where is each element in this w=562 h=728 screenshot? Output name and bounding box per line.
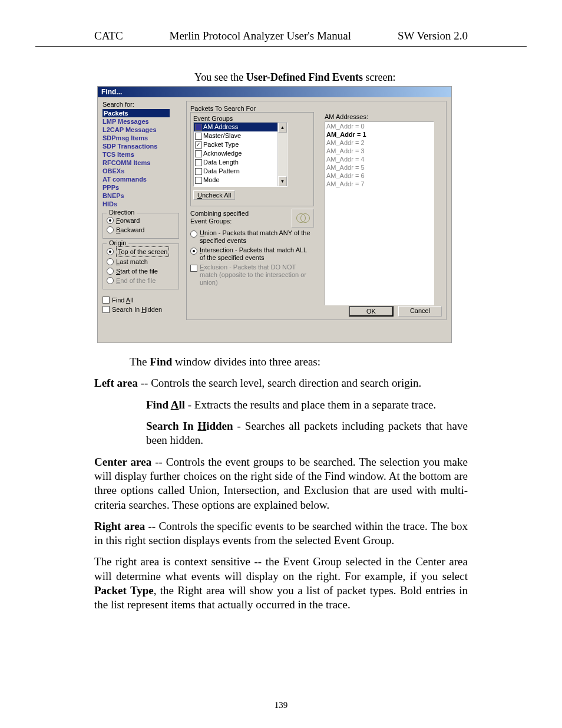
list-item[interactable]: Master/Slave xyxy=(194,131,287,140)
list-item[interactable]: HIDs xyxy=(103,200,117,207)
intro-post: screen: xyxy=(363,71,395,83)
search-for-list[interactable]: Packets LMP Messages L2CAP Messages SDPm… xyxy=(103,109,179,208)
list-item[interactable]: AM_Addr = 6 xyxy=(326,172,432,180)
am-addresses-label: AM Addresses: xyxy=(325,113,442,120)
event-groups-list[interactable]: AM Address Master/Slave Packet Type Ackn… xyxy=(193,122,287,187)
radio-intersection[interactable]: Intersection - Packets that match ALL of… xyxy=(190,246,314,262)
radio-icon xyxy=(107,258,114,265)
direction-legend: Direction xyxy=(107,209,137,216)
combining-label: Combining specified Event Groups: xyxy=(190,210,255,225)
header-left: CATC xyxy=(94,29,123,42)
uncheck-all-button[interactable]: Uncheck All xyxy=(193,190,235,200)
radio-start-of-file[interactable]: Start of the file xyxy=(107,266,175,276)
find-dialog: Find... Search for: Packets LMP Messages… xyxy=(97,86,452,343)
text: - Extracts the results and place them in… xyxy=(185,398,436,411)
radio-label: ast match xyxy=(120,258,148,265)
radio-last-match[interactable]: Last match xyxy=(107,257,175,266)
list-item[interactable]: AM_Addr = 4 xyxy=(326,155,432,163)
radio-label: xclusion - Packets that DO NOT match (op… xyxy=(200,263,306,286)
text-bold: Left area xyxy=(94,377,138,389)
mnemonic: U xyxy=(200,229,204,236)
event-groups-fieldset: Event Groups AM Address Master/Slave Pac… xyxy=(190,112,314,206)
header-center: Merlin Protocol Analyzer User's Manual xyxy=(170,29,351,42)
list-item[interactable]: AM_Addr = 1 xyxy=(326,130,432,139)
text: The xyxy=(130,355,150,368)
checkbox-icon xyxy=(195,150,202,157)
list-item[interactable]: AM_Addr = 5 xyxy=(326,163,432,172)
radio-icon xyxy=(190,230,197,238)
checkbox-icon xyxy=(195,168,202,175)
radio-forward[interactable]: Forward xyxy=(107,216,175,225)
text-bold: Find xyxy=(146,398,171,411)
text-bold: Center area xyxy=(94,456,151,468)
list-item[interactable]: Data Pattern xyxy=(194,167,287,176)
search-for-label: Search for: xyxy=(103,101,179,108)
text-bold: ll xyxy=(178,398,185,411)
list-item[interactable]: AM_Addr = 3 xyxy=(326,147,432,155)
radio-icon xyxy=(190,248,197,255)
intro-text: You see the User-Defined Find Events scr… xyxy=(194,71,527,84)
check-label-post: idden xyxy=(146,306,162,313)
text-bold: Find xyxy=(150,355,172,368)
list-item[interactable]: AM_Addr = 2 xyxy=(326,139,432,147)
cancel-button[interactable]: Cancel xyxy=(398,306,442,317)
event-groups-legend: Event Groups xyxy=(193,115,233,122)
radio-label: ntersection - Packets that match ALL of … xyxy=(200,246,307,261)
page-number: 139 xyxy=(0,700,562,710)
checkbox-icon xyxy=(195,159,202,166)
scrollbar[interactable]: ▲ ▼ xyxy=(277,123,287,186)
origin-fieldset: Origin Top of the screen Last match Star… xyxy=(103,243,179,289)
list-item[interactable]: AM Address xyxy=(194,123,287,131)
scroll-up-icon[interactable]: ▲ xyxy=(278,123,287,133)
dialog-title: Find... xyxy=(98,87,451,97)
checkbox-icon xyxy=(195,141,202,149)
text-bold: Right area xyxy=(94,520,145,532)
radio-icon xyxy=(107,217,114,224)
list-item[interactable]: Acknowledge xyxy=(194,149,287,158)
radio-icon xyxy=(107,277,114,284)
radio-union[interactable]: Union - Packets that match ANY of the sp… xyxy=(190,229,314,245)
list-item-label: Packet Type xyxy=(203,140,239,149)
check-label-pre: Find xyxy=(112,297,126,304)
list-item[interactable]: Mode xyxy=(194,176,287,185)
checkbox-icon xyxy=(103,306,110,313)
list-item[interactable]: BNEPs xyxy=(103,192,124,199)
text-bold-underline: H xyxy=(197,420,206,432)
list-item[interactable]: Packet Type xyxy=(194,140,287,149)
radio-label: ackward xyxy=(120,226,144,233)
packets-to-search-for-fieldset: Packets To Search For Event Groups AM Ad… xyxy=(186,101,447,320)
list-item[interactable]: Data Length xyxy=(194,158,287,167)
list-item[interactable]: AM_Addr = 0 xyxy=(326,122,432,130)
list-item[interactable]: AT commands xyxy=(103,176,147,183)
list-item[interactable]: SDP Transactions xyxy=(103,143,157,150)
intro-pre: You see the xyxy=(194,71,246,83)
list-item[interactable]: LMP Messages xyxy=(103,118,149,125)
list-item-label: Acknowledge xyxy=(203,149,242,158)
radio-label: orward xyxy=(120,217,140,224)
checkbox-exclusion[interactable]: Exclusion - Packets that DO NOT match (o… xyxy=(190,263,314,286)
list-item[interactable]: Packets xyxy=(103,109,170,117)
radio-top-of-screen[interactable]: Top of the screen xyxy=(107,246,175,257)
am-addresses-list[interactable]: AM_Addr = 0 AM_Addr = 1 AM_Addr = 2 AM_A… xyxy=(325,121,434,305)
text: The right area is context sensitive -- t… xyxy=(94,555,468,582)
list-item[interactable]: PPPs xyxy=(103,184,119,191)
list-item[interactable]: OBEXs xyxy=(103,167,124,174)
checkbox-icon xyxy=(103,297,110,304)
list-item-label: Mode xyxy=(203,176,220,185)
intro-bold: User-Defined Find Events xyxy=(246,71,363,83)
text: -- Controls the search level, search dir… xyxy=(138,377,421,389)
list-item[interactable]: RFCOMM Items xyxy=(103,159,150,166)
checkbox-search-in-hidden[interactable]: Search In Hidden xyxy=(103,305,179,314)
scroll-down-icon[interactable]: ▼ xyxy=(278,176,287,186)
list-item-label: Data Pattern xyxy=(203,167,240,176)
list-item-label: Data Length xyxy=(203,158,239,167)
list-item[interactable]: SDPmsg Items xyxy=(103,134,148,141)
radio-backward[interactable]: Backward xyxy=(107,225,175,235)
list-item[interactable]: AM_Addr = 7 xyxy=(326,180,432,188)
list-item[interactable]: L2CAP Messages xyxy=(103,126,157,133)
ok-button[interactable]: OK xyxy=(349,306,394,317)
list-item[interactable]: TCS Items xyxy=(103,151,134,158)
checkbox-find-all[interactable]: Find All xyxy=(103,295,179,305)
text-bold: idden xyxy=(206,420,233,432)
check-label-pre: Search In xyxy=(112,306,141,313)
